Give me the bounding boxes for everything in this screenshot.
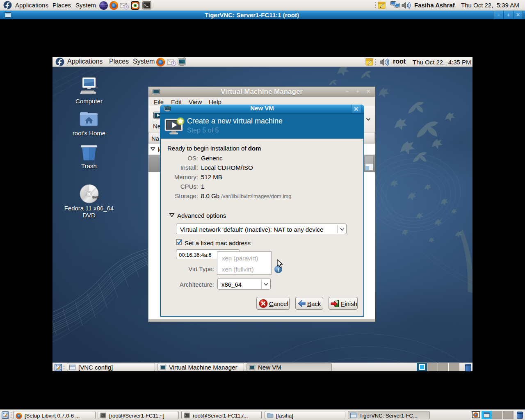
svg-text:DVD: DVD bbox=[92, 195, 99, 199]
